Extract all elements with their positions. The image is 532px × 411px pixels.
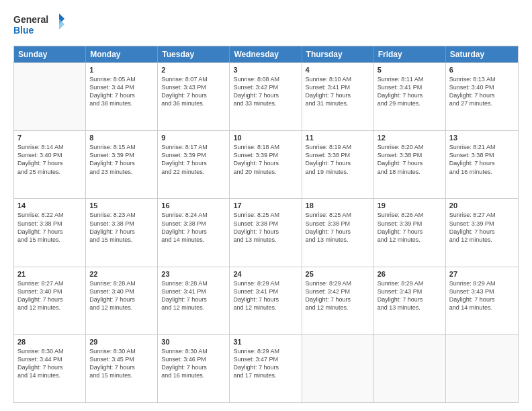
cal-day-7: 7Sunrise: 8:14 AM Sunset: 3:40 PM Daylig… (14, 131, 86, 198)
day-number: 16 (161, 201, 226, 210)
logo-svg: General Blue (13, 12, 67, 39)
weekday-header-monday: Monday (86, 46, 158, 62)
day-content: Sunrise: 8:08 AM Sunset: 3:42 PM Dayligh… (233, 75, 298, 108)
calendar: SundayMondayTuesdayWednesdayThursdayFrid… (13, 46, 519, 403)
calendar-body: 1Sunrise: 8:05 AM Sunset: 3:44 PM Daylig… (14, 62, 518, 402)
day-number: 9 (161, 134, 226, 142)
day-content: Sunrise: 8:17 AM Sunset: 3:39 PM Dayligh… (161, 143, 226, 176)
day-content: Sunrise: 8:28 AM Sunset: 3:40 PM Dayligh… (89, 279, 154, 312)
day-number: 21 (17, 270, 82, 278)
weekday-header-friday: Friday (374, 46, 446, 62)
day-number: 17 (233, 201, 298, 210)
cal-day-2: 2Sunrise: 8:07 AM Sunset: 3:43 PM Daylig… (158, 63, 230, 130)
cal-week-3: 21Sunrise: 8:27 AM Sunset: 3:40 PM Dayli… (14, 267, 518, 334)
day-content: Sunrise: 8:29 AM Sunset: 3:43 PM Dayligh… (378, 279, 442, 312)
cal-day-12: 12Sunrise: 8:20 AM Sunset: 3:38 PM Dayli… (374, 131, 446, 198)
cal-day-18: 18Sunrise: 8:25 AM Sunset: 3:38 PM Dayli… (302, 199, 374, 266)
day-content: Sunrise: 8:29 AM Sunset: 3:47 PM Dayligh… (233, 347, 298, 380)
day-content: Sunrise: 8:25 AM Sunset: 3:38 PM Dayligh… (233, 211, 298, 244)
cal-week-0: 1Sunrise: 8:05 AM Sunset: 3:44 PM Daylig… (14, 62, 518, 130)
cal-day-29: 29Sunrise: 8:30 AM Sunset: 3:45 PM Dayli… (86, 335, 158, 402)
cal-day-14: 14Sunrise: 8:22 AM Sunset: 3:38 PM Dayli… (14, 199, 86, 266)
day-number: 1 (89, 66, 154, 74)
day-number: 20 (449, 201, 515, 210)
day-content: Sunrise: 8:22 AM Sunset: 3:38 PM Dayligh… (17, 211, 82, 244)
day-number: 27 (449, 270, 515, 278)
weekday-header-thursday: Thursday (302, 46, 374, 62)
cal-empty (446, 335, 518, 402)
cal-day-27: 27Sunrise: 8:29 AM Sunset: 3:43 PM Dayli… (446, 267, 518, 334)
day-number: 12 (378, 134, 442, 142)
day-number: 4 (306, 66, 370, 74)
cal-day-22: 22Sunrise: 8:28 AM Sunset: 3:40 PM Dayli… (86, 267, 158, 334)
day-number: 18 (306, 201, 370, 210)
day-content: Sunrise: 8:15 AM Sunset: 3:39 PM Dayligh… (89, 143, 154, 176)
day-content: Sunrise: 8:26 AM Sunset: 3:39 PM Dayligh… (378, 211, 442, 244)
cal-day-26: 26Sunrise: 8:29 AM Sunset: 3:43 PM Dayli… (374, 267, 446, 334)
cal-day-4: 4Sunrise: 8:10 AM Sunset: 3:41 PM Daylig… (302, 63, 374, 130)
cal-empty (14, 63, 86, 130)
cal-week-4: 28Sunrise: 8:30 AM Sunset: 3:44 PM Dayli… (14, 334, 518, 402)
cal-day-13: 13Sunrise: 8:21 AM Sunset: 3:38 PM Dayli… (446, 131, 518, 198)
day-content: Sunrise: 8:29 AM Sunset: 3:42 PM Dayligh… (306, 279, 370, 312)
cal-day-24: 24Sunrise: 8:29 AM Sunset: 3:41 PM Dayli… (230, 267, 302, 334)
cal-empty (374, 335, 446, 402)
day-number: 6 (449, 66, 515, 74)
day-content: Sunrise: 8:30 AM Sunset: 3:44 PM Dayligh… (17, 347, 82, 380)
day-number: 13 (449, 134, 515, 142)
day-number: 3 (233, 66, 298, 74)
day-content: Sunrise: 8:20 AM Sunset: 3:38 PM Dayligh… (378, 143, 442, 176)
day-number: 22 (89, 270, 154, 278)
cal-day-9: 9Sunrise: 8:17 AM Sunset: 3:39 PM Daylig… (158, 131, 230, 198)
day-content: Sunrise: 8:30 AM Sunset: 3:45 PM Dayligh… (89, 347, 154, 380)
day-content: Sunrise: 8:11 AM Sunset: 3:41 PM Dayligh… (378, 75, 442, 108)
cal-day-15: 15Sunrise: 8:23 AM Sunset: 3:38 PM Dayli… (86, 199, 158, 266)
day-number: 7 (17, 134, 82, 142)
page: General Blue SundayMondayTuesdayWednesda… (0, 0, 532, 411)
day-content: Sunrise: 8:24 AM Sunset: 3:38 PM Dayligh… (161, 211, 226, 244)
day-number: 2 (161, 66, 226, 74)
day-content: Sunrise: 8:30 AM Sunset: 3:46 PM Dayligh… (161, 347, 226, 380)
cal-day-25: 25Sunrise: 8:29 AM Sunset: 3:42 PM Dayli… (302, 267, 374, 334)
day-number: 29 (89, 338, 154, 346)
day-content: Sunrise: 8:05 AM Sunset: 3:44 PM Dayligh… (89, 75, 154, 108)
day-number: 28 (17, 338, 82, 346)
svg-text:Blue: Blue (13, 25, 34, 36)
cal-day-19: 19Sunrise: 8:26 AM Sunset: 3:39 PM Dayli… (374, 199, 446, 266)
day-number: 14 (17, 201, 82, 210)
day-content: Sunrise: 8:28 AM Sunset: 3:41 PM Dayligh… (161, 279, 226, 312)
svg-text:General: General (13, 14, 48, 25)
cal-day-20: 20Sunrise: 8:27 AM Sunset: 3:39 PM Dayli… (446, 199, 518, 266)
day-number: 11 (306, 134, 370, 142)
weekday-header-tuesday: Tuesday (158, 46, 230, 62)
cal-day-16: 16Sunrise: 8:24 AM Sunset: 3:38 PM Dayli… (158, 199, 230, 266)
calendar-header: SundayMondayTuesdayWednesdayThursdayFrid… (14, 46, 518, 62)
cal-day-6: 6Sunrise: 8:13 AM Sunset: 3:40 PM Daylig… (446, 63, 518, 130)
day-content: Sunrise: 8:07 AM Sunset: 3:43 PM Dayligh… (161, 75, 226, 108)
weekday-header-saturday: Saturday (446, 46, 518, 62)
cal-day-21: 21Sunrise: 8:27 AM Sunset: 3:40 PM Dayli… (14, 267, 86, 334)
day-number: 8 (89, 134, 154, 142)
cal-day-11: 11Sunrise: 8:19 AM Sunset: 3:38 PM Dayli… (302, 131, 374, 198)
day-content: Sunrise: 8:14 AM Sunset: 3:40 PM Dayligh… (17, 143, 82, 176)
day-content: Sunrise: 8:29 AM Sunset: 3:41 PM Dayligh… (233, 279, 298, 312)
cal-day-23: 23Sunrise: 8:28 AM Sunset: 3:41 PM Dayli… (158, 267, 230, 334)
day-content: Sunrise: 8:19 AM Sunset: 3:38 PM Dayligh… (306, 143, 370, 176)
day-content: Sunrise: 8:21 AM Sunset: 3:38 PM Dayligh… (449, 143, 515, 176)
day-number: 24 (233, 270, 298, 278)
day-content: Sunrise: 8:25 AM Sunset: 3:38 PM Dayligh… (306, 211, 370, 244)
cal-day-28: 28Sunrise: 8:30 AM Sunset: 3:44 PM Dayli… (14, 335, 86, 402)
cal-week-1: 7Sunrise: 8:14 AM Sunset: 3:40 PM Daylig… (14, 130, 518, 198)
day-number: 19 (378, 201, 442, 210)
weekday-header-wednesday: Wednesday (230, 46, 302, 62)
day-content: Sunrise: 8:23 AM Sunset: 3:38 PM Dayligh… (89, 211, 154, 244)
day-number: 23 (161, 270, 226, 278)
weekday-header-sunday: Sunday (14, 46, 86, 62)
day-number: 10 (233, 134, 298, 142)
header: General Blue (13, 12, 519, 39)
day-number: 31 (233, 338, 298, 346)
day-number: 25 (306, 270, 370, 278)
cal-day-8: 8Sunrise: 8:15 AM Sunset: 3:39 PM Daylig… (86, 131, 158, 198)
logo: General Blue (13, 12, 67, 39)
cal-day-10: 10Sunrise: 8:18 AM Sunset: 3:39 PM Dayli… (230, 131, 302, 198)
